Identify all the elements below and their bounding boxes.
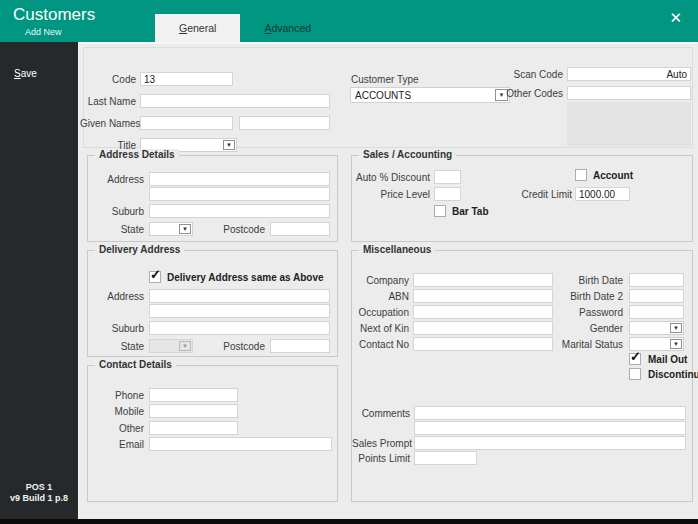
check-icon: ✓ [150, 267, 161, 282]
password-field[interactable] [629, 305, 684, 319]
delivery-state-dropdown: ▼ [149, 339, 193, 353]
contact-no-field[interactable] [413, 337, 553, 351]
occupation-label: Occupation [352, 307, 409, 318]
delivery-address-legend: Delivery Address [95, 244, 184, 255]
delivery-postcode-field[interactable] [270, 339, 330, 353]
mobile-field[interactable] [149, 404, 238, 418]
chevron-down-icon: ▼ [179, 341, 191, 351]
address-details-legend: Address Details [95, 149, 179, 160]
bottom-bar [0, 519, 698, 524]
address-line2-field[interactable] [149, 187, 330, 201]
sales-accounting-legend: Sales / Accounting [359, 149, 456, 160]
delivery-address-line1-field[interactable] [149, 289, 330, 303]
pos-build: v9 Build 1 p.8 [0, 493, 78, 505]
address-line1-field[interactable] [149, 172, 330, 186]
bar-tab-checkbox[interactable] [434, 205, 446, 217]
abn-field[interactable] [413, 289, 553, 303]
tab-general-label: General [179, 14, 216, 42]
abn-label: ABN [352, 291, 409, 302]
postcode-field[interactable] [270, 222, 330, 236]
email-field[interactable] [149, 437, 332, 451]
code-field[interactable] [140, 72, 233, 86]
delivery-address-label: Address [94, 291, 144, 302]
close-icon[interactable]: ✕ [669, 10, 682, 25]
next-of-kin-field[interactable] [413, 321, 553, 335]
auto-discount-field[interactable] [434, 170, 461, 184]
same-as-above-label: Delivery Address same as Above [167, 272, 324, 283]
given-names-field-1[interactable] [140, 116, 233, 130]
delivery-address-line2-field[interactable] [149, 304, 330, 318]
points-limit-field[interactable] [414, 451, 477, 465]
mail-out-checkbox[interactable]: ✓ [629, 353, 641, 365]
other-phone-field[interactable] [149, 421, 238, 435]
state-dropdown[interactable]: ▼ [149, 222, 193, 236]
suburb-label: Suburb [94, 206, 144, 217]
bar-tab-label: Bar Tab [452, 206, 489, 217]
credit-limit-label: Credit Limit [502, 189, 572, 200]
given-names-label: Given Names [80, 118, 136, 129]
sales-prompt-label: Sales Prompt [352, 438, 410, 449]
price-level-field[interactable] [434, 187, 461, 201]
state-label: State [94, 224, 144, 235]
scan-code-field[interactable] [567, 67, 691, 81]
chevron-down-icon[interactable]: ▼ [670, 339, 682, 349]
points-limit-label: Points Limit [352, 453, 410, 464]
auto-discount-label: Auto % Discount [352, 172, 430, 183]
account-checkbox[interactable] [575, 169, 587, 181]
other-codes-label: Other Codes [493, 88, 563, 99]
comments-line2-field[interactable] [414, 421, 686, 435]
page-subtitle: Add New [25, 27, 62, 37]
sidebar: Save POS 1 v9 Build 1 p.8 [0, 42, 78, 519]
miscellaneous-group: Miscellaneous Company ABN Occupation Nex… [351, 250, 693, 502]
password-label: Password [553, 307, 623, 318]
suburb-field[interactable] [149, 204, 330, 218]
phone-field[interactable] [149, 388, 238, 402]
sales-prompt-field[interactable] [414, 436, 686, 450]
account-label: Account [593, 170, 633, 181]
window-header: Customers Add New General Advanced ✕ [0, 0, 698, 42]
customer-type-dropdown[interactable]: ACCOUNTS ▼ [350, 87, 510, 103]
same-as-above-checkbox[interactable]: ✓ [149, 271, 161, 283]
company-label: Company [352, 275, 409, 286]
code-label: Code [86, 74, 136, 85]
occupation-field[interactable] [413, 305, 553, 319]
check-icon: ✓ [630, 349, 641, 364]
tab-general[interactable]: General [155, 14, 240, 42]
mobile-label: Mobile [94, 406, 144, 417]
scan-code-label: Scan Code [503, 69, 563, 80]
discontinue-checkbox[interactable] [629, 368, 641, 380]
phone-label: Phone [94, 390, 144, 401]
marital-status-label: Marital Status [547, 339, 623, 350]
chevron-down-icon[interactable]: ▼ [179, 224, 191, 234]
credit-limit-field[interactable] [575, 187, 630, 201]
last-name-field[interactable] [140, 94, 330, 108]
customer-type-value: ACCOUNTS [355, 88, 411, 104]
address-label: Address [94, 174, 144, 185]
other-codes-list[interactable] [567, 102, 691, 146]
other-codes-field[interactable] [567, 86, 691, 100]
comments-line1-field[interactable] [414, 406, 686, 420]
chevron-down-icon[interactable]: ▼ [223, 140, 235, 150]
sales-accounting-group: Sales / Accounting Auto % Discount Price… [351, 155, 693, 242]
tab-advanced[interactable]: Advanced [240, 14, 335, 42]
given-names-field-2[interactable] [239, 116, 330, 130]
customers-window: Customers Add New General Advanced ✕ Sav… [0, 0, 698, 524]
pos-version-info: POS 1 v9 Build 1 p.8 [0, 482, 78, 505]
contact-details-group: Contact Details Phone Mobile Other Email [87, 365, 338, 502]
delivery-suburb-field[interactable] [149, 321, 330, 335]
delivery-suburb-label: Suburb [94, 323, 144, 334]
miscellaneous-legend: Miscellaneous [359, 244, 435, 255]
contact-no-label: Contact No [352, 339, 409, 350]
email-label: Email [94, 439, 144, 450]
gender-dropdown[interactable]: ▼ [629, 321, 684, 335]
discontinue-label: Discontinue [648, 369, 698, 380]
tab-advanced-label: Advanced [264, 14, 311, 42]
address-details-group: Address Details Address Suburb State ▼ P… [87, 155, 338, 242]
customer-type-label: Customer Type [351, 74, 419, 85]
tab-bar: General Advanced [155, 14, 335, 42]
company-field[interactable] [413, 273, 553, 287]
chevron-down-icon[interactable]: ▼ [670, 323, 682, 333]
birth-date2-field[interactable] [629, 289, 684, 303]
save-button[interactable]: Save [14, 68, 37, 79]
birth-date-field[interactable] [629, 273, 684, 287]
